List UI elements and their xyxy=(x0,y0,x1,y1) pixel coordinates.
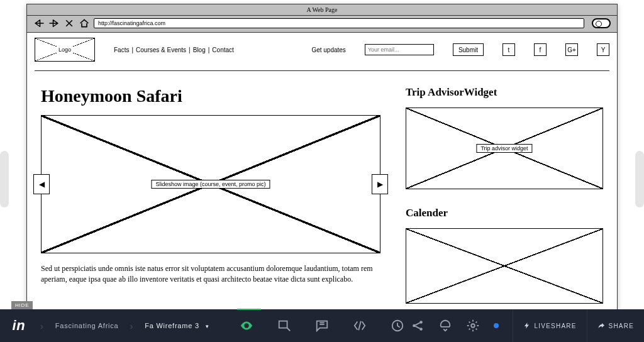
sidebar-column: Trip AdvisorWidget Trip advisor widget C… xyxy=(406,86,603,304)
nav-facts[interactable]: Facts xyxy=(114,47,129,53)
page-title: Honeymoon Safari xyxy=(41,86,380,106)
crumb-project[interactable]: Fascinating Africa xyxy=(55,322,119,329)
nav-contact[interactable]: Contact xyxy=(212,47,233,53)
site-header: Logo Facts | Courses & Events | Blog | C… xyxy=(35,33,609,71)
stop-icon[interactable] xyxy=(64,18,75,28)
mock-browser-title: A Web Page xyxy=(27,4,617,16)
mock-browser-toolbar xyxy=(27,16,617,33)
main-column: Honeymoon Safari Slideshow image (course… xyxy=(41,86,380,304)
calendar-placeholder xyxy=(406,228,603,304)
social-twitter-icon[interactable]: t xyxy=(502,43,515,56)
share-network-icon[interactable] xyxy=(411,319,425,333)
bolt-icon xyxy=(523,322,531,329)
settings-gear-icon[interactable] xyxy=(466,319,480,333)
build-mode-icon[interactable] xyxy=(277,319,291,333)
download-icon[interactable] xyxy=(438,319,452,333)
body-paragraph: Sed ut perspiciatis unde omnis iste natu… xyxy=(41,263,380,285)
arrow-share-icon xyxy=(597,322,605,329)
prev-screen-hint[interactable] xyxy=(0,151,9,207)
subscribe-label: Get updates xyxy=(311,47,345,53)
share-label: SHARE xyxy=(609,323,634,329)
logo-label: Logo xyxy=(56,47,74,53)
chevron-right-icon: › xyxy=(130,321,133,331)
preview-mode-icon[interactable] xyxy=(240,319,253,333)
social-yahoo-icon[interactable]: Y xyxy=(597,43,609,56)
social-facebook-icon[interactable]: f xyxy=(534,43,547,56)
slideshow-prev-button[interactable]: ◀ xyxy=(33,174,50,194)
nav-sep: | xyxy=(189,47,191,53)
invision-toolbar: in › Fascinating Africa › Fa Wireframe 3… xyxy=(0,309,644,342)
caret-down-icon: ▾ xyxy=(206,323,209,329)
chevron-right-icon: › xyxy=(40,321,44,331)
mode-toolbar xyxy=(240,319,404,333)
invision-logo[interactable]: in xyxy=(0,317,38,334)
share-button[interactable]: SHARE xyxy=(587,309,644,342)
primary-nav: Facts | Courses & Events | Blog | Contac… xyxy=(114,47,234,53)
crumb-screen-label: Fa Wireframe 3 xyxy=(145,322,199,329)
logo-placeholder[interactable]: Logo xyxy=(35,38,95,62)
nav-sep: | xyxy=(131,47,133,53)
forward-arrow-icon[interactable] xyxy=(48,18,60,28)
mock-url-field[interactable] xyxy=(94,18,584,28)
nav-courses[interactable]: Courses & Events xyxy=(136,47,186,53)
hide-toolbar-tab[interactable]: HIDE xyxy=(11,301,33,309)
slideshow-next-button[interactable]: ▶ xyxy=(372,174,388,194)
history-mode-icon[interactable] xyxy=(391,319,404,333)
triangle-left-icon: ◀ xyxy=(39,180,45,189)
right-toolbar: LIVESHARE SHARE xyxy=(411,309,644,342)
slideshow-placeholder: Slideshow image (course, event, promo pi… xyxy=(41,115,380,253)
back-arrow-icon[interactable] xyxy=(33,18,45,28)
comment-mode-icon[interactable] xyxy=(315,319,329,333)
search-icon[interactable] xyxy=(592,18,611,28)
notification-dot-icon[interactable] xyxy=(494,323,499,328)
nav-blog[interactable]: Blog xyxy=(193,47,206,53)
liveshare-button[interactable]: LIVESHARE xyxy=(513,309,587,342)
liveshare-label: LIVESHARE xyxy=(535,323,577,329)
inspect-mode-icon[interactable] xyxy=(353,319,367,333)
calendar-heading: Calender xyxy=(406,207,603,219)
tripadvisor-label: Trip advisor widget xyxy=(476,144,532,153)
submit-button[interactable]: Submit xyxy=(453,43,484,56)
home-icon[interactable] xyxy=(79,18,90,28)
crumb-screen[interactable]: Fa Wireframe 3 ▾ xyxy=(145,322,209,329)
next-screen-hint[interactable] xyxy=(635,151,644,207)
email-field[interactable] xyxy=(365,44,434,55)
nav-sep: | xyxy=(208,47,210,53)
social-google-icon[interactable]: G+ xyxy=(565,43,578,56)
slideshow-label: Slideshow image (course, event, promo pi… xyxy=(151,180,270,189)
tripadvisor-placeholder: Trip advisor widget xyxy=(406,108,603,189)
wireframe-artboard: A Web Page Logo Facts | Courses & Events… xyxy=(26,4,618,309)
triangle-right-icon: ▶ xyxy=(377,180,383,189)
breadcrumb: › Fascinating Africa › Fa Wireframe 3 ▾ xyxy=(38,321,209,331)
svg-point-4 xyxy=(471,324,475,328)
prototype-viewport: A Web Page Logo Facts | Courses & Events… xyxy=(0,0,644,309)
tripadvisor-heading: Trip AdvisorWidget xyxy=(406,86,603,99)
